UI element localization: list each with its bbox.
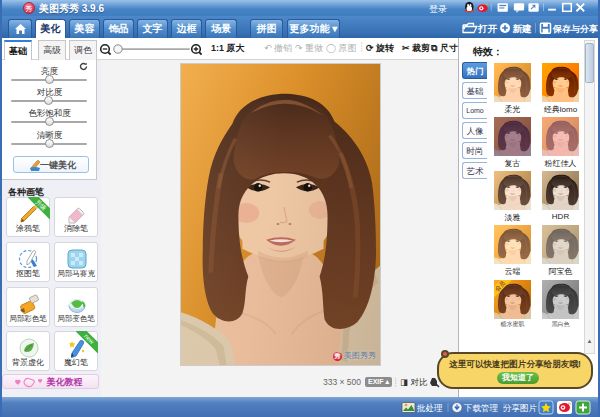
svg-text:保存与分享: 保存与分享 [552,24,598,34]
svg-text:新建: 新建 [513,23,533,34]
svg-text:分享图片: 分享图片 [503,403,538,413]
svg-text:下载管理: 下载管理 [463,403,499,413]
svg-text:批处理: 批处理 [416,403,443,413]
svg-text:打开: 打开 [477,23,498,34]
